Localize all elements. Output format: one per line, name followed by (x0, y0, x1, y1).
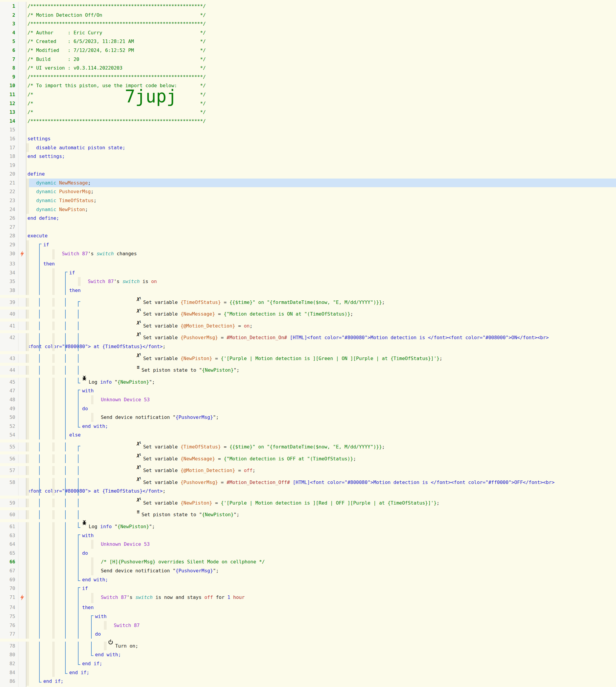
gutter: 52 (0, 422, 26, 431)
line-number: 19 (0, 161, 19, 170)
breakpoint-column (19, 422, 26, 431)
code-line-13[interactable]: 13/* */ (0, 108, 616, 117)
code-line-54[interactable]: 54else (0, 430, 616, 440)
code-line-84[interactable]: 84end if; (0, 668, 616, 677)
code-line-61[interactable]: 61Log info "{NewPiston}"; (0, 519, 616, 531)
code-line-12[interactable]: 12/* */ (0, 99, 616, 108)
breakpoint-column (19, 540, 26, 549)
code-line-41[interactable]: 41X1Set variable {@Motion_Detection} = o… (0, 318, 616, 331)
code-line-38[interactable]: 38then (0, 286, 616, 295)
code-line-88[interactable]: 88end execute; (0, 686, 616, 687)
code-line-35[interactable]: 35Switch 87's switch is on (0, 277, 616, 286)
code-line-86[interactable]: 86end if; (0, 677, 616, 686)
code-content: /***************************************… (26, 19, 616, 28)
code-line-18[interactable]: 18end settings; (0, 152, 616, 161)
code-line-6[interactable]: 6/* Modified : 7/12/2024, 6:12:52 PM */ (0, 46, 616, 55)
code-line-69[interactable]: 69end with; (0, 575, 616, 584)
gutter: 50 (0, 413, 26, 422)
code-line-26[interactable]: 26end define; (0, 214, 616, 223)
code-token: 's (114, 279, 123, 284)
code-line-28[interactable]: 28execute (0, 231, 616, 240)
code-line-76[interactable]: 76Switch 87 (0, 621, 616, 630)
code-line-15[interactable]: 15 (0, 126, 616, 134)
code-line-52[interactable]: 52end with; (0, 422, 616, 431)
code-line-82[interactable]: 82end if; (0, 659, 616, 668)
code-line-29[interactable]: 29if (0, 240, 616, 249)
code-line-50[interactable]: 50Send device notification "{PushoverMsg… (0, 413, 616, 422)
code-line-45[interactable]: 45Log info "{NewPiston}"; (0, 375, 616, 386)
code-line-27[interactable]: 27 (0, 223, 616, 232)
code-line-30[interactable]: 30Switch 87's switch changes (0, 249, 616, 260)
code-line-42[interactable]: 42X1Set variable {PushoverMsg} = #Motion… (0, 330, 616, 351)
code-content: Switch 87's switch changes (26, 249, 616, 260)
code-line-43[interactable]: 43X1Set variable {NewPiston} = {'[Purple… (0, 351, 616, 363)
code-line-60[interactable]: 60≡Set piston state to "{NewPiston}"; (0, 507, 616, 519)
gutter: 34 (0, 268, 26, 278)
line-number: 3 (0, 19, 19, 28)
code-token: {'[Purple | Motion detection is ][Red | … (221, 500, 437, 506)
code-line-67[interactable]: 67Send device notification "{PushoverMsg… (0, 567, 616, 575)
block-bracket (39, 522, 52, 531)
code-line-22[interactable]: 22dynamic PushoverMsg; (0, 187, 616, 196)
code-line-74[interactable]: 74then (0, 603, 616, 612)
code-line-23[interactable]: 23dynamic TimeOfStatus; (0, 196, 616, 205)
block-bracket (39, 510, 52, 519)
code-line-34[interactable]: 34if (0, 268, 616, 278)
code-line-33[interactable]: 33then (0, 260, 616, 268)
block-bracket (65, 378, 78, 386)
gutter: 33 (0, 260, 26, 268)
code-content: /* UI version : v0.3.114.20220203 */ (26, 64, 616, 72)
code-line-2[interactable]: 2/* Motion Detection Off/On */ (0, 11, 616, 20)
gutter: 19 (0, 161, 26, 170)
code-line-66[interactable]: 66/* [H]{PushoverMsg} overrides Silent M… (0, 557, 616, 567)
code-line-11[interactable]: 11/* */ (0, 90, 616, 99)
code-line-7[interactable]: 7/* Build : 20 */ (0, 55, 616, 64)
line-number: 16 (0, 134, 19, 143)
code-line-39[interactable]: 39X1Set variable {TimeOfStatus} = {{$tim… (0, 295, 616, 307)
code-line-55[interactable]: 55X1Set variable {TimeOfStatus} = {{$tim… (0, 440, 616, 451)
code-line-78[interactable]: 78Turn on; (0, 639, 616, 650)
code-line-64[interactable]: 64Unknown Device 53 (0, 540, 616, 549)
code-line-47[interactable]: 47with (0, 386, 616, 395)
gutter: 13 (0, 108, 26, 117)
piston-code-editor[interactable]: 7jupj 1/********************************… (0, 0, 616, 687)
code-line-71[interactable]: 71Switch 87's switch is now and stays of… (0, 593, 616, 603)
gutter: 44 (0, 366, 26, 375)
code-content: /* Created : 6/5/2023, 11:28:21 AM */ (26, 37, 616, 46)
code-line-1[interactable]: 1/**************************************… (0, 2, 616, 11)
code-line-14[interactable]: 14/*************************************… (0, 117, 616, 126)
gutter: 66 (0, 557, 26, 567)
code-line-24[interactable]: 24dynamic NewPiston; (0, 205, 616, 214)
code-line-3[interactable]: 3/**************************************… (0, 19, 616, 28)
code-line-56[interactable]: 56X1Set variable {NewMessage} = {"Motion… (0, 451, 616, 463)
code-line-16[interactable]: 16settings (0, 134, 616, 143)
code-token: hour (230, 595, 245, 600)
code-line-40[interactable]: 40X1Set variable {NewMessage} = {"Motion… (0, 307, 616, 318)
line-number: 58 (0, 478, 19, 495)
code-line-59[interactable]: 59X1Set variable {NewPiston} = {'[Purple… (0, 495, 616, 508)
code-line-70[interactable]: 70if (0, 584, 616, 593)
code-line-63[interactable]: 63with (0, 531, 616, 540)
code-line-4[interactable]: 4/* Author : Eric Curry */ (0, 28, 616, 37)
code-line-8[interactable]: 8/* UI version : v0.3.114.20220203 */ (0, 64, 616, 72)
code-line-49[interactable]: 49do (0, 404, 616, 413)
code-token: /***************************************… (27, 21, 206, 27)
code-line-20[interactable]: 20define (0, 170, 616, 179)
code-line-5[interactable]: 5/* Created : 6/5/2023, 11:28:21 AM */ (0, 37, 616, 46)
code-line-17[interactable]: 17disable automatic piston state; (0, 143, 616, 152)
code-token: Set piston state to " (141, 367, 202, 373)
code-line-57[interactable]: 57X1Set variable {@Motion_Detection} = o… (0, 463, 616, 475)
code-line-65[interactable]: 65do (0, 549, 616, 558)
code-line-58[interactable]: 58X1Set variable {PushoverMsg} = #Motion… (0, 475, 616, 495)
code-line-48[interactable]: 48Unknown Device 53 (0, 395, 616, 404)
code-line-80[interactable]: 80end with; (0, 650, 616, 659)
code-content: disable automatic piston state; (26, 143, 616, 152)
code-token: Send device notification " (101, 415, 176, 420)
code-line-44[interactable]: 44≡Set piston state to "{NewPiston}"; (0, 363, 616, 375)
code-line-21[interactable]: 21dynamic NewMessage; (0, 179, 616, 187)
code-line-9[interactable]: 9/**************************************… (0, 72, 616, 82)
code-line-77[interactable]: 77do (0, 630, 616, 639)
code-line-10[interactable]: 10/* To import this piston, use the impo… (0, 81, 616, 90)
code-line-75[interactable]: 75with (0, 612, 616, 621)
code-line-19[interactable]: 19 (0, 161, 616, 170)
